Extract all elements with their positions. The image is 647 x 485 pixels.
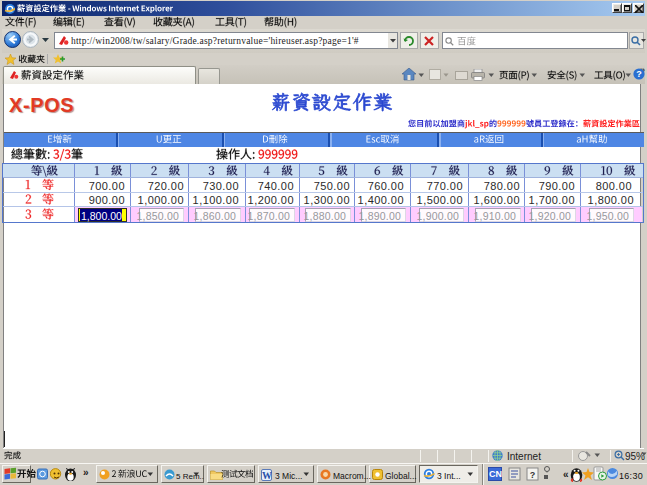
svg-text:?: ? [636,69,642,79]
svg-text:W: W [262,470,272,481]
svg-text:?: ? [530,470,536,480]
